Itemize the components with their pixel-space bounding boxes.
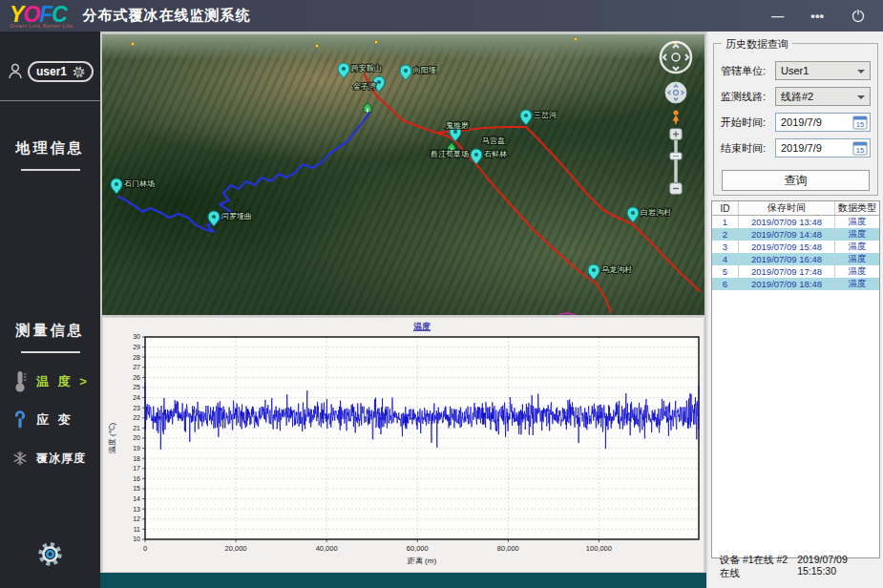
svg-text:19: 19 — [133, 445, 140, 452]
table-cell: 6 — [712, 278, 739, 290]
settings-button[interactable] — [0, 541, 100, 567]
calendar-icon[interactable]: 15 — [852, 115, 868, 130]
map-pin[interactable]: 向阳垭 — [400, 65, 436, 80]
map-pin-label: 跨安鞍山 — [351, 64, 382, 73]
map-pin-label: 闫罗垭曲 — [221, 212, 252, 220]
table-row[interactable]: 62019/07/09 18:48温度 — [712, 278, 879, 290]
pegman-icon[interactable] — [673, 110, 680, 125]
query-panel: 历史数据查询 管辖单位: User1 监测线路: 线路#2 — [706, 32, 883, 588]
map-pin[interactable]: 石门林场 — [111, 178, 155, 194]
measurement-nav: 温 度 > 应 变 — [0, 363, 100, 477]
svg-text:20,000: 20,000 — [225, 544, 247, 553]
field-row-end-time: 结束时间: 2019/7/9 15 — [718, 138, 871, 158]
move-joystick[interactable] — [665, 82, 686, 103]
line-select-value: 线路#2 — [781, 90, 813, 104]
map-place-label: 蔡洼荀草场 — [431, 150, 469, 158]
zoom-out-button[interactable] — [670, 183, 682, 194]
table-row[interactable]: 42019/07/09 16:48温度 — [712, 253, 879, 265]
map-view[interactable]: 跨安鞍山向阳垭三岔河鬼推磨石鲜林白岩沟村乌龙沟村闫罗垭曲石门林场金子湾马营盘蔡洼… — [102, 34, 704, 315]
svg-text:12: 12 — [133, 515, 140, 522]
map-pin[interactable]: 跨安鞍山 — [338, 63, 382, 78]
table-cell: 4 — [712, 253, 739, 265]
header-data-type: 数据类型 — [835, 201, 879, 215]
device-status: 设备 #1在线 #2在线 — [720, 554, 797, 580]
map-pin[interactable]: 鬼推磨 — [446, 121, 469, 141]
nav-label-strain: 应 变 — [36, 411, 74, 429]
calendar-icon[interactable]: 15 — [852, 140, 868, 156]
sidebar-item-geographic-info[interactable]: 地理信息 — [0, 139, 100, 158]
svg-text:22: 22 — [133, 414, 140, 421]
header-id: ID — [712, 201, 739, 215]
sidebar-divider — [0, 100, 100, 101]
map-pin-label: 向阳垭 — [413, 66, 436, 74]
app-window: YOFC Smart Link Better Life. 分布式覆冰在线监测系统… — [0, 0, 883, 588]
svg-text:40,000: 40,000 — [316, 544, 338, 553]
svg-text:28: 28 — [133, 354, 140, 361]
bottom-strip — [100, 573, 706, 588]
map-pin[interactable]: 闫罗垭曲 — [208, 211, 252, 226]
map-pin[interactable]: 三岔河 — [520, 110, 557, 125]
minimize-button[interactable]: — — [771, 10, 784, 22]
map-dot-marker — [375, 41, 378, 44]
table-cell: 温度 — [835, 216, 879, 228]
map-pin-label: 三岔河 — [534, 111, 557, 119]
sidebar-item-measurement-info[interactable]: 测量信息 — [0, 322, 100, 340]
table-row[interactable]: 32019/07/09 15:48温度 — [712, 241, 879, 253]
look-joystick[interactable] — [661, 42, 691, 73]
highlight-circle-marker — [552, 313, 582, 315]
svg-text:21: 21 — [133, 425, 140, 431]
sidebar-item-ice-thickness[interactable]: 覆冰厚度 — [0, 439, 100, 477]
table-row[interactable]: 12019/07/09 13:48温度 — [712, 216, 879, 228]
user-icon — [7, 62, 24, 81]
yofc-logo: YOFC Smart Link Better Life. — [10, 4, 75, 29]
user-pill[interactable]: user1 — [28, 61, 94, 82]
table-row[interactable]: 52019/07/09 17:48温度 — [712, 265, 879, 278]
field-row-start-time: 开始时间: 2019/7/9 15 — [718, 113, 871, 132]
table-row[interactable]: 22019/07/09 14:48温度 — [712, 228, 879, 241]
sidebar-item-strain[interactable]: 应 变 — [0, 401, 100, 439]
chevron-down-icon — [857, 70, 865, 74]
titlebar: YOFC Smart Link Better Life. 分布式覆冰在线监测系统… — [0, 0, 883, 32]
map-place-label: 金子湾 — [352, 82, 376, 91]
svg-text:27: 27 — [133, 364, 140, 370]
map-pin[interactable]: 乌龙沟村 — [588, 264, 632, 280]
svg-text:25: 25 — [133, 384, 140, 390]
zoom-slider-handle[interactable] — [670, 153, 682, 159]
map-pin[interactable]: 石鲜林 — [471, 149, 507, 164]
svg-text:15: 15 — [856, 120, 864, 129]
unit-label: 管辖单位: — [718, 64, 775, 78]
svg-text:14: 14 — [133, 495, 140, 502]
zoom-in-button[interactable] — [670, 129, 682, 139]
user-settings-gear-icon[interactable] — [73, 66, 85, 78]
table-body: 12019/07/09 13:48温度22019/07/09 14:48温度32… — [712, 216, 879, 290]
map-dot-marker — [132, 43, 135, 46]
unit-select[interactable]: User1 — [775, 61, 871, 80]
svg-text:13: 13 — [133, 506, 140, 513]
map-pin[interactable]: 白岩沟村 — [627, 207, 671, 222]
username: user1 — [36, 65, 67, 78]
section-underline — [21, 169, 80, 171]
svg-text:26: 26 — [133, 374, 140, 381]
query-button[interactable]: 查询 — [722, 170, 870, 191]
chart-title: 温度 — [413, 322, 431, 331]
svg-text:15: 15 — [856, 146, 864, 155]
chevron-down-icon — [857, 95, 865, 99]
power-button[interactable] — [851, 8, 866, 25]
main-area: 跨安鞍山向阳垭三岔河鬼推磨石鲜林白岩沟村乌龙沟村闫罗垭曲石门林场金子湾马营盘蔡洼… — [100, 32, 706, 588]
table-cell: 2019/07/09 15:48 — [739, 241, 835, 253]
svg-text:0: 0 — [143, 544, 147, 553]
table-cell: 温度 — [835, 228, 879, 241]
nav-label-temperature: 温 度 > — [36, 373, 90, 390]
field-row-line: 监测线路: 线路#2 — [718, 87, 871, 106]
svg-text:18: 18 — [133, 455, 140, 462]
end-date-value: 2019/7/9 — [781, 142, 822, 154]
start-date-input[interactable]: 2019/7/9 15 — [775, 113, 871, 132]
table-cell: 2019/07/09 13:48 — [739, 216, 835, 228]
line-select[interactable]: 线路#2 — [775, 87, 871, 106]
end-date-input[interactable]: 2019/7/9 15 — [775, 138, 871, 158]
zoom-slider-track[interactable] — [675, 140, 678, 182]
svg-text:10: 10 — [133, 536, 140, 542]
more-button[interactable]: ••• — [810, 10, 824, 22]
svg-text:80,000: 80,000 — [497, 544, 519, 553]
sidebar-item-temperature[interactable]: 温 度 > — [0, 363, 100, 401]
